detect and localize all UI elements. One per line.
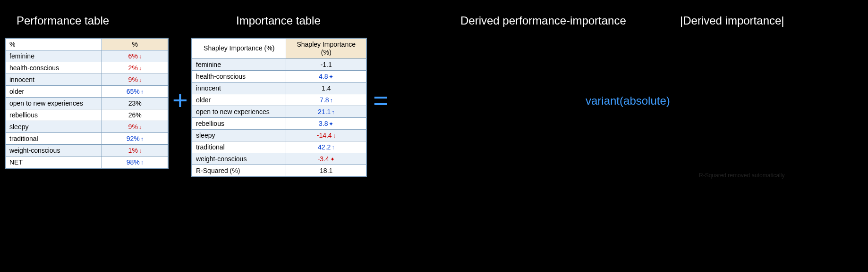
row-value: 9%↓ (102, 74, 168, 86)
row-label: feminine (6, 50, 102, 62)
table-row: weight-conscious1%↓ (6, 145, 168, 157)
row-label: weight-conscious (6, 145, 102, 157)
row-value: 6%↓ (102, 50, 168, 62)
row-label: rebellious (6, 109, 102, 121)
operator-equals: = (373, 85, 389, 115)
imp-header-right: Shapley Importance (%) (286, 39, 366, 59)
table-row: innocent9%↓ (6, 74, 168, 86)
table-row: traditional92%↑ (6, 133, 168, 145)
row-label: R-Squared (%) (192, 165, 286, 176)
table-row: rebellious26% (6, 109, 168, 121)
row-value: -3.4✦ (286, 153, 366, 165)
heading-performance: Performance table (17, 14, 109, 27)
table-row: feminine-1.1 (192, 58, 366, 70)
row-value: 42.2↑ (286, 141, 366, 153)
row-value: 1.4 (286, 82, 366, 94)
table-row: sleepy-14.4↓ (192, 129, 366, 141)
row-label: weight-conscious (192, 153, 286, 165)
table-row: older65%↑ (6, 86, 168, 98)
table-row: health-conscious2%↓ (6, 62, 168, 74)
row-value: 18.1 (286, 165, 366, 176)
table-row: sleepy9%↓ (6, 121, 168, 133)
row-label: sleepy (192, 129, 286, 141)
row-label: open to new experiences (192, 106, 286, 117)
perf-header-left: % (6, 39, 102, 50)
table-row: rebellious3.8✦ (192, 117, 366, 129)
table-row: weight-conscious-3.4✦ (192, 153, 366, 165)
row-value: 23% (102, 98, 168, 109)
row-label: older (6, 86, 102, 98)
row-label: feminine (192, 58, 286, 70)
table-row: older7.8↑ (192, 94, 366, 106)
row-label: health-conscious (6, 62, 102, 74)
table-row: health-conscious4.8✦ (192, 70, 366, 82)
row-value: -1.1 (286, 58, 366, 70)
table-row: NET98%↑ (6, 157, 168, 168)
performance-table: % % feminine6%↓health-conscious2%↓innoce… (5, 38, 169, 169)
row-value: 92%↑ (102, 133, 168, 145)
row-value: 7.8↑ (286, 94, 366, 106)
row-value: 21.1↑ (286, 106, 366, 117)
perf-header-right: % (102, 39, 168, 50)
table-row: innocent1.4 (192, 82, 366, 94)
heading-derived: Derived performance-importance (460, 14, 626, 27)
row-label: NET (6, 157, 102, 168)
row-label: open to new experiences (6, 98, 102, 109)
row-value: 98%↑ (102, 157, 168, 168)
row-value: -14.4↓ (286, 129, 366, 141)
table-row: open to new experiences23% (6, 98, 168, 109)
table-row: feminine6%↓ (6, 50, 168, 62)
row-label: rebellious (192, 117, 286, 129)
row-value: 1%↓ (102, 145, 168, 157)
row-label: health-conscious (192, 70, 286, 82)
rsq-removed-note: R-Squared removed automatically (699, 172, 784, 179)
row-label: traditional (6, 133, 102, 145)
importance-table: Shapley Importance (%) Shapley Importanc… (191, 38, 367, 177)
row-value: 9%↓ (102, 121, 168, 133)
row-label: innocent (6, 74, 102, 86)
row-value: 2%↓ (102, 62, 168, 74)
imp-header-left: Shapley Importance (%) (192, 39, 286, 59)
row-label: traditional (192, 141, 286, 153)
row-value: 4.8✦ (286, 70, 366, 82)
heading-derived-abs: |Derived importance| (680, 14, 784, 27)
row-label: older (192, 94, 286, 106)
operator-variant: variant(absolute) (586, 94, 670, 107)
table-row: traditional42.2↑ (192, 141, 366, 153)
row-label: innocent (192, 82, 286, 94)
heading-importance: Importance table (236, 14, 321, 27)
row-value: 26% (102, 109, 168, 121)
row-value: 3.8✦ (286, 117, 366, 129)
table-row: open to new experiences21.1↑ (192, 106, 366, 117)
row-value: 65%↑ (102, 86, 168, 98)
table-row: R-Squared (%)18.1 (192, 165, 366, 176)
operator-plus: + (172, 85, 188, 115)
row-label: sleepy (6, 121, 102, 133)
